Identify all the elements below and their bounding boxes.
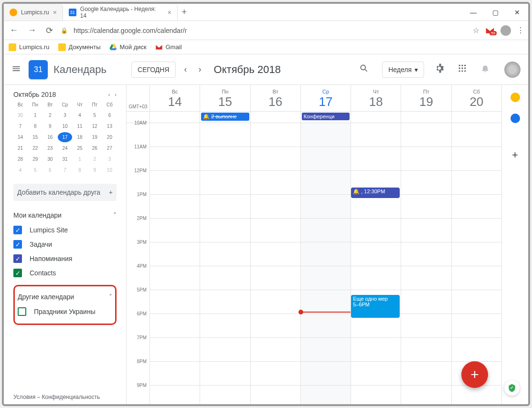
day-header[interactable]: Сб20 — [451, 85, 501, 111]
day-header[interactable]: Вт16 — [250, 85, 300, 111]
mini-day[interactable]: 24 — [58, 143, 72, 153]
gmail-ext-icon[interactable]: 59 — [485, 27, 495, 34]
calendar-item[interactable]: Contacts — [13, 266, 117, 280]
day-column[interactable]: 🔔 , 12:30PMЕще одно мер5–6PM — [351, 123, 401, 404]
mini-day[interactable]: 27 — [103, 143, 117, 153]
mini-day[interactable]: 8 — [73, 165, 87, 175]
mini-day[interactable]: 1 — [73, 154, 87, 164]
calendar-item[interactable]: Задачи — [13, 237, 117, 251]
allday-event[interactable]: Конференци — [302, 113, 350, 120]
bookmark-star-icon[interactable]: ☆ — [473, 26, 479, 35]
forward-button[interactable]: → — [26, 23, 38, 37]
security-shield-icon[interactable] — [504, 380, 520, 396]
google-apps-icon[interactable] — [455, 61, 470, 78]
mini-day[interactable]: 2 — [88, 154, 102, 164]
day-header[interactable]: Пн15 — [200, 85, 250, 111]
tab-close-icon[interactable]: × — [53, 9, 57, 16]
account-avatar[interactable] — [504, 62, 521, 78]
profile-avatar-icon[interactable] — [500, 25, 511, 36]
calendar-event[interactable]: Еще одно мер5–6PM — [351, 295, 400, 318]
bookmark-item[interactable]: Lumpics.ru — [9, 43, 50, 51]
calendar-checkbox[interactable] — [13, 226, 22, 234]
day-header[interactable]: Чт18 — [351, 85, 401, 111]
mini-day[interactable]: 30 — [13, 110, 27, 120]
mini-prev-button[interactable]: ‹ — [108, 92, 110, 97]
browser-tab[interactable]: 31Google Календарь - Неделя: 14× — [63, 4, 178, 21]
calendar-item[interactable]: Напоминания — [13, 251, 117, 266]
day-header[interactable]: Вс14 — [149, 85, 200, 111]
close-window-button[interactable]: ✕ — [506, 9, 528, 16]
mini-day[interactable]: 21 — [13, 143, 27, 153]
mini-day[interactable]: 31 — [58, 154, 72, 164]
notifications-icon[interactable] — [478, 61, 493, 78]
reload-button[interactable]: ⟳ — [44, 23, 55, 38]
keep-icon[interactable] — [511, 93, 520, 102]
my-calendars-header[interactable]: Мои календари˄ — [13, 208, 117, 223]
calendar-item[interactable]: Lumpics Site — [13, 223, 117, 237]
day-header[interactable]: Пт19 — [401, 85, 451, 111]
today-button[interactable]: СЕГОДНЯ — [131, 62, 176, 78]
day-column[interactable] — [250, 123, 300, 404]
mini-day[interactable]: 12 — [88, 121, 102, 131]
mini-day[interactable]: 18 — [73, 132, 87, 142]
mini-day[interactable]: 3 — [103, 154, 117, 164]
mini-day[interactable]: 3 — [58, 110, 72, 120]
allday-cell[interactable] — [351, 112, 401, 123]
mini-next-button[interactable]: › — [115, 92, 117, 97]
calendar-checkbox[interactable] — [13, 254, 22, 263]
mini-day[interactable]: 15 — [28, 132, 42, 142]
mini-day[interactable]: 28 — [13, 154, 27, 164]
allday-cell[interactable] — [250, 112, 300, 123]
mini-day[interactable]: 7 — [13, 121, 27, 131]
main-menu-icon[interactable] — [11, 64, 23, 75]
maximize-button[interactable]: ▢ — [484, 9, 506, 16]
calendar-checkbox[interactable] — [18, 307, 26, 316]
bookmark-item[interactable]: Мой диск — [109, 43, 147, 51]
mini-day[interactable]: 2 — [43, 110, 57, 120]
url-text[interactable]: https://calendar.google.com/calendar/r — [74, 27, 467, 34]
tab-close-icon[interactable]: × — [168, 9, 171, 16]
mini-day[interactable]: 8 — [28, 121, 42, 131]
mini-day[interactable]: 29 — [28, 154, 42, 164]
mini-day[interactable]: 9 — [43, 121, 57, 131]
add-friend-calendar[interactable]: Добавить календарь друга+ — [13, 184, 117, 201]
day-column[interactable] — [149, 123, 200, 404]
mini-day[interactable]: 6 — [43, 165, 57, 175]
mini-day[interactable]: 4 — [73, 110, 87, 120]
mini-day[interactable]: 22 — [28, 143, 42, 153]
prev-week-button[interactable]: ‹ — [181, 64, 190, 74]
mini-day[interactable]: 6 — [103, 110, 117, 120]
other-calendars-header[interactable]: Другие календари˄ — [18, 289, 112, 304]
mini-day[interactable]: 14 — [13, 132, 27, 142]
tasks-icon[interactable] — [511, 114, 520, 123]
new-tab-button[interactable]: + — [178, 4, 191, 21]
calendar-checkbox[interactable] — [13, 240, 22, 249]
back-button[interactable]: ← — [8, 23, 20, 37]
allday-cell[interactable]: Конференци — [300, 112, 351, 123]
mini-day[interactable]: 11 — [73, 121, 87, 131]
allday-cell[interactable] — [451, 112, 501, 123]
mini-day[interactable]: 26 — [88, 143, 102, 153]
bookmark-item[interactable]: Документы — [58, 43, 101, 51]
calendar-checkbox[interactable] — [13, 269, 22, 277]
mini-day[interactable]: 20 — [103, 132, 117, 142]
mini-day[interactable]: 23 — [43, 143, 57, 153]
mini-day[interactable]: 25 — [73, 143, 87, 153]
mini-day[interactable]: 10 — [103, 165, 117, 175]
allday-cell[interactable] — [401, 112, 451, 123]
mini-day[interactable]: 19 — [88, 132, 102, 142]
mini-day[interactable]: 17 — [58, 132, 72, 142]
allday-cell[interactable] — [149, 112, 200, 123]
browser-tab[interactable]: Lumpics.ru× — [4, 4, 63, 21]
mini-day[interactable]: 30 — [43, 154, 57, 164]
view-selector[interactable]: Неделя▾ — [382, 62, 424, 78]
bookmark-item[interactable]: Gmail — [155, 43, 182, 51]
allday-cell[interactable]: 🔔 2 выполне — [200, 112, 250, 123]
next-week-button[interactable]: › — [196, 64, 204, 74]
mini-day[interactable]: 7 — [58, 165, 72, 175]
calendar-item[interactable]: Праздники Украины — [18, 304, 112, 319]
day-column[interactable] — [300, 123, 351, 404]
mini-day[interactable]: 5 — [28, 165, 42, 175]
settings-icon[interactable] — [432, 61, 447, 78]
day-column[interactable] — [200, 123, 250, 404]
